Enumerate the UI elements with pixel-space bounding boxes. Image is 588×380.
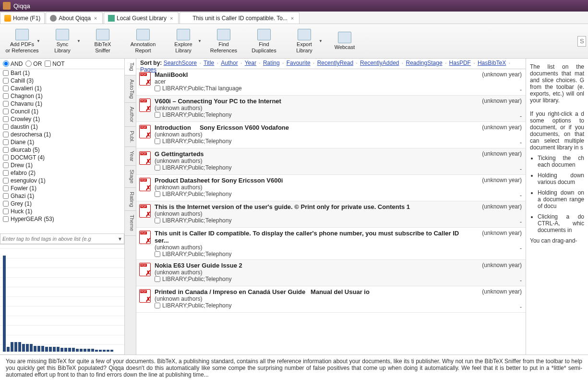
sort-recentlyadded[interactable]: RecentlyAdded <box>360 60 399 66</box>
tag-search-dropdown-icon[interactable]: ▾ <box>116 235 124 242</box>
logic-and[interactable]: AND <box>3 61 23 67</box>
tag-check[interactable] <box>3 70 9 76</box>
tag-check[interactable] <box>3 147 9 153</box>
chevron-down-icon[interactable]: ▼ <box>77 39 81 44</box>
doc-row[interactable]: This is the Internet version of the user… <box>136 201 526 228</box>
doc-check[interactable] <box>155 191 160 197</box>
tool-export[interactable]: ExportLibrary▼ <box>284 25 324 58</box>
tag-check[interactable] <box>3 78 9 84</box>
vtab-stage[interactable]: Stage <box>125 166 136 188</box>
tag-row[interactable]: daustin (1) <box>0 123 124 131</box>
or-radio[interactable] <box>25 61 32 67</box>
tag-row[interactable]: Bart (1) <box>0 69 124 77</box>
tab-0[interactable]: Home (F1) <box>0 12 45 24</box>
tag-row[interactable]: Chavanu (1) <box>0 100 124 108</box>
not-check[interactable] <box>45 61 51 67</box>
doc-row[interactable]: V600i – Connecting Your PC to the Intern… <box>136 96 526 122</box>
tool-explore[interactable]: ExploreLibrary▼ <box>163 25 204 58</box>
doc-check[interactable] <box>155 138 160 144</box>
sort-readingstage[interactable]: ReadingStage <box>406 60 443 66</box>
tag-check[interactable] <box>3 216 9 222</box>
tag-row[interactable]: HyperGEAR (53) <box>0 215 124 223</box>
tag-check[interactable] <box>3 93 9 99</box>
tab-1[interactable]: About Qiqqa× <box>46 12 103 24</box>
tag-check[interactable] <box>3 109 9 114</box>
chevron-down-icon[interactable]: ▼ <box>36 39 40 44</box>
tool-sync[interactable]: SyncLibrary▼ <box>42 25 83 58</box>
tag-check[interactable] <box>3 208 9 214</box>
tag-check[interactable] <box>3 193 9 199</box>
tag-row[interactable]: Grey (1) <box>0 200 124 208</box>
tag-row[interactable]: Diane (1) <box>0 138 124 146</box>
search-input[interactable] <box>577 36 586 47</box>
close-icon[interactable]: × <box>168 15 174 21</box>
doc-row[interactable]: G Gettingtarteds(unknown authors)LIBRARY… <box>136 148 526 175</box>
doc-check[interactable] <box>155 86 160 91</box>
tag-row[interactable]: Fowler (1) <box>0 184 124 192</box>
tool-annotation[interactable]: AnnotationReport <box>123 25 163 58</box>
doc-check[interactable] <box>155 303 160 308</box>
tool-find[interactable]: FindReferences <box>204 25 244 58</box>
tag-check[interactable] <box>3 101 9 107</box>
tag-row[interactable]: Crowley (1) <box>0 115 124 123</box>
doc-check[interactable] <box>155 276 160 282</box>
doc-row[interactable]: Product Datasheet for Sony Ericsson V600… <box>136 175 526 201</box>
doc-row[interactable]: Introduction Sony Ericsson V600 Vodafone… <box>136 122 526 148</box>
tag-row[interactable]: Drew (1) <box>0 161 124 169</box>
tag-row[interactable]: esengulov (1) <box>0 177 124 184</box>
and-radio[interactable] <box>3 61 9 67</box>
logic-or[interactable]: OR <box>25 61 42 67</box>
tool-add-pdfs[interactable]: Add PDFsor References▼ <box>2 25 42 58</box>
vtab-rating[interactable]: Rating <box>125 188 136 211</box>
tag-row[interactable]: Huck (1) <box>0 208 124 215</box>
doc-check[interactable] <box>155 251 160 257</box>
tag-row[interactable]: efabro (2) <box>0 169 124 177</box>
tag-check[interactable] <box>3 124 9 130</box>
vtab-author[interactable]: Author <box>125 103 136 126</box>
doc-row[interactable]: Printed in Canada / Impreso en Canadá Us… <box>136 286 526 313</box>
close-icon[interactable]: × <box>93 15 98 21</box>
tag-check[interactable] <box>3 139 9 145</box>
sort-author[interactable]: Author <box>221 60 238 66</box>
tag-row[interactable]: Council (1) <box>0 108 124 115</box>
vtab-publ.[interactable]: Publ. <box>125 127 136 147</box>
vtab-tag[interactable]: Tag <box>125 59 136 75</box>
tag-row[interactable]: desrochersa (1) <box>0 131 124 138</box>
tab-2[interactable]: Local Guest Library× <box>104 12 179 24</box>
tag-check[interactable] <box>3 170 9 176</box>
tag-check[interactable] <box>3 178 9 184</box>
tool-bibtex[interactable]: BibTeXSniffer <box>83 25 123 58</box>
tag-check[interactable] <box>3 86 9 91</box>
sort-rating[interactable]: Rating <box>263 60 280 66</box>
tag-row[interactable]: DOCMGT (4) <box>0 154 124 161</box>
tool-find[interactable]: FindDuplicates <box>244 25 284 58</box>
tag-row[interactable]: Cahill (3) <box>0 77 124 85</box>
close-icon[interactable]: × <box>289 15 295 21</box>
tag-check[interactable] <box>3 132 9 137</box>
chevron-down-icon[interactable]: ▼ <box>319 39 323 44</box>
tag-check[interactable] <box>3 185 9 191</box>
tag-check[interactable] <box>3 116 9 122</box>
document-list[interactable]: ManiiBookIacerLIBRARY;Public;Thai langua… <box>136 69 526 355</box>
chevron-down-icon[interactable]: ▼ <box>198 39 202 44</box>
tag-search-input[interactable] <box>0 236 116 242</box>
tag-row[interactable]: Chagnon (1) <box>0 92 124 100</box>
vtab-year[interactable]: Year <box>125 147 136 166</box>
sort-title[interactable]: Title <box>204 60 214 66</box>
tag-row[interactable]: dkurcab (5) <box>0 146 124 154</box>
sort-haspdf[interactable]: HasPDF <box>449 60 471 66</box>
sort-year[interactable]: Year <box>245 60 256 66</box>
tag-list[interactable]: Bart (1)Cahill (3)Cavalieri (1)Chagnon (… <box>0 69 124 233</box>
logic-not[interactable]: NOT <box>45 61 64 67</box>
doc-row[interactable]: This unit is Caller ID compatible. To di… <box>136 228 526 260</box>
doc-check[interactable] <box>155 165 160 171</box>
vtab-theme[interactable]: Theme <box>125 211 136 235</box>
tag-check[interactable] <box>3 155 9 160</box>
sort-searchscore[interactable]: SearchScore <box>164 60 197 66</box>
doc-row[interactable]: Nokia E63 User Guide Issue 2(unknown aut… <box>136 260 526 286</box>
doc-check[interactable] <box>155 112 160 118</box>
tag-row[interactable]: Ghazi (1) <box>0 192 124 200</box>
sort-recentlyread[interactable]: RecentlyRead <box>317 60 353 66</box>
tag-check[interactable] <box>3 201 9 207</box>
doc-row[interactable]: ManiiBookIacerLIBRARY;Public;Thai langua… <box>136 69 526 96</box>
